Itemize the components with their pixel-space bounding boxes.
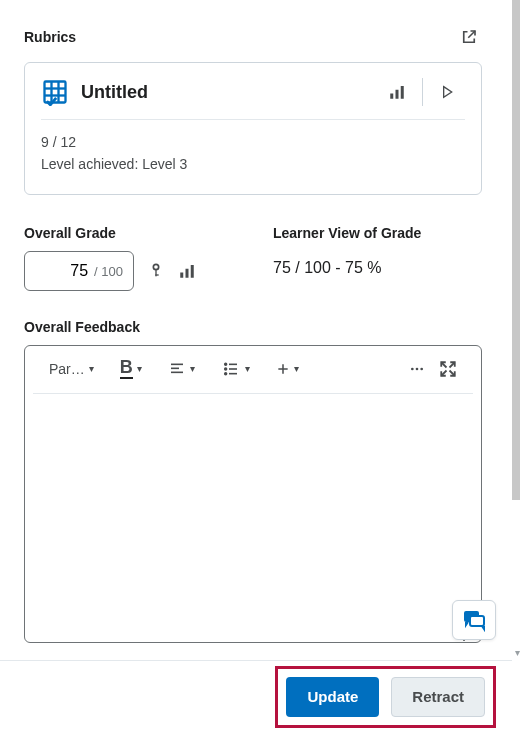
footer-bar: Update Retract [0, 660, 512, 732]
grade-input[interactable] [50, 261, 90, 281]
popout-button[interactable] [456, 24, 482, 50]
editor-toolbar: Par… ▾ B ▾ ▾ ▾ [33, 346, 473, 394]
bar-chart-icon [388, 83, 406, 101]
ellipsis-icon [407, 361, 427, 377]
overall-grade-label: Overall Grade [24, 225, 253, 241]
play-icon [439, 83, 455, 101]
chat-icon [461, 608, 487, 632]
popout-icon [460, 28, 478, 46]
list-dropdown[interactable]: ▾ [215, 357, 256, 381]
align-dropdown[interactable]: ▾ [162, 357, 201, 381]
svg-point-27 [416, 367, 419, 370]
svg-rect-5 [390, 94, 393, 99]
update-button[interactable]: Update [286, 677, 379, 717]
svg-rect-12 [180, 273, 183, 278]
svg-point-20 [225, 368, 227, 370]
rubric-stats-button[interactable] [378, 77, 416, 107]
key-icon [148, 261, 164, 281]
chevron-down-icon: ▾ [137, 363, 142, 374]
bold-icon: B [120, 358, 133, 379]
more-actions-button[interactable] [401, 357, 433, 381]
svg-point-28 [420, 367, 423, 370]
chevron-down-icon: ▾ [190, 363, 195, 374]
learner-view-label: Learner View of Grade [273, 225, 502, 241]
plus-icon [276, 362, 290, 376]
svg-rect-14 [191, 265, 194, 278]
bar-chart-icon [178, 262, 196, 280]
action-highlight-frame: Update Retract [275, 666, 496, 728]
rubric-score: 9 / 12 [41, 134, 465, 150]
chevron-down-icon: ▾ [89, 363, 94, 374]
svg-point-26 [411, 367, 414, 370]
svg-point-18 [225, 363, 227, 365]
rubric-card[interactable]: Untitled 9 / 12 Level achieved: Level 3 [24, 62, 482, 195]
grade-lock-button[interactable] [148, 261, 164, 281]
grade-stats-button[interactable] [178, 262, 196, 280]
grade-input-wrapper[interactable]: / 100 [24, 251, 134, 291]
svg-marker-8 [444, 87, 452, 98]
svg-rect-7 [401, 86, 404, 99]
bold-dropdown[interactable]: B ▾ [114, 354, 148, 383]
rubric-title: Untitled [81, 82, 366, 103]
paragraph-style-label: Par… [49, 361, 85, 377]
feedback-editor[interactable]: Par… ▾ B ▾ ▾ ▾ [24, 345, 482, 643]
list-icon [221, 361, 241, 377]
chevron-down-icon: ▾ [294, 363, 299, 374]
svg-rect-6 [396, 90, 399, 99]
svg-rect-13 [186, 269, 189, 278]
rubric-grid-icon [41, 78, 69, 106]
retract-button[interactable]: Retract [391, 677, 485, 717]
fullscreen-button[interactable] [433, 356, 463, 382]
rubric-expand-button[interactable] [429, 77, 465, 107]
chevron-down-icon: ▾ [245, 363, 250, 374]
divider [422, 78, 423, 106]
rubrics-heading: Rubrics [24, 29, 76, 45]
chat-button[interactable] [452, 600, 496, 640]
scrollbar[interactable] [512, 0, 520, 500]
svg-point-22 [225, 372, 227, 374]
evaluation-panel: Rubrics Untitled [0, 0, 506, 643]
svg-rect-34 [470, 616, 484, 626]
fullscreen-icon [439, 360, 457, 378]
rubric-level: Level achieved: Level 3 [41, 156, 465, 172]
svg-rect-11 [155, 274, 158, 275]
insert-dropdown[interactable]: ▾ [270, 358, 305, 380]
overall-feedback-label: Overall Feedback [24, 319, 482, 335]
align-left-icon [168, 361, 186, 377]
scroll-down-indicator: ▾ [515, 647, 520, 658]
paragraph-style-dropdown[interactable]: Par… ▾ [43, 357, 100, 381]
learner-view-value: 75 / 100 - 75 % [273, 251, 502, 277]
grade-max: / 100 [94, 264, 123, 279]
svg-point-9 [153, 264, 158, 269]
